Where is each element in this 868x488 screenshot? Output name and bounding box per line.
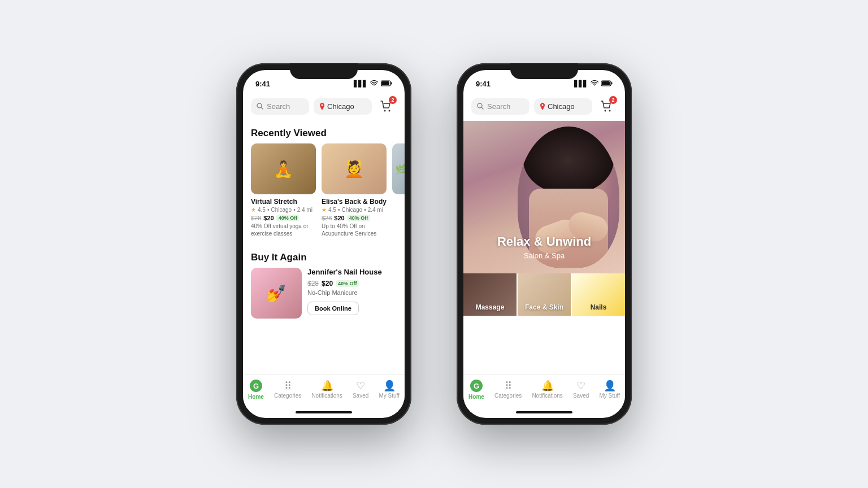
nav-saved-label-left: Saved [353,393,368,399]
hero-subtitle[interactable]: Salon & Spa [463,251,625,260]
home-indicator-right [516,411,572,413]
search-icon-left [257,103,263,110]
nav-categories-label-left: Categories [274,393,301,399]
nav-categories-left[interactable]: ⠿ Categories [274,381,301,399]
groupon-logo-right: G [470,380,483,392]
card-meta-1: ★ 4.5 • Chicago • 2.4 mi [251,207,316,213]
dot-2: • [338,207,340,213]
heart-icon-left: ♡ [356,381,365,391]
nav-categories-right[interactable]: ⠿ Categories [494,381,522,399]
buy-again-img: 💅 [251,268,302,319]
search-input-left[interactable]: Search [251,98,309,115]
phone-right: 9:41 ▋▋▋ Search [457,63,632,425]
buy-again-item-title: Jennifer's Nail House [307,268,397,276]
groupon-logo-left: G [250,380,262,392]
screen-right: 9:41 ▋▋▋ Search [463,70,625,418]
cart-button-left[interactable]: 2 [376,96,397,116]
buy-orig-price: $28 [307,280,319,287]
person-icon-right: 👤 [604,381,616,391]
card-meta-2: ★ 4.5 • Chicago • 2.4 mi [322,207,387,213]
heart-icon-right: ♡ [576,381,585,391]
rating-2: 4.5 [328,207,336,213]
bell-icon-left: 🔔 [321,381,333,391]
discount-2: 40% Off [347,215,371,221]
time-left: 9:41 [255,80,270,88]
buy-again-price: $28 $20 40% Off [307,280,397,287]
svg-point-7 [389,110,390,112]
subcat-bg-nails: Nails [572,273,625,316]
home-indicator-left [296,411,352,413]
search-input-right[interactable]: Search [471,98,530,115]
location-icon-right [540,103,545,110]
person-icon-left: 👤 [383,381,396,391]
screen-content-left[interactable]: Recently Viewed 🧘 Virtual Stretch ★ 4.5 … [243,121,405,374]
buy-sale-price: $20 [322,280,333,287]
recently-viewed-title: Recently Viewed [243,121,405,143]
svg-point-13 [542,104,544,106]
location-text-left: Chicago [327,102,354,111]
orig-price-2: $28 [322,215,332,221]
subcategories-row: Massage Face & Skin Nails [463,273,625,324]
svg-rect-10 [611,82,613,84]
location-input-right[interactable]: Chicago [534,98,592,115]
cart-badge-left: 2 [389,96,397,104]
svg-rect-2 [391,82,392,84]
wifi-icon-right [591,80,598,88]
svg-rect-9 [602,81,610,85]
cart-button-right[interactable]: 2 [597,96,617,116]
bottom-nav-right: G Home ⠿ Categories 🔔 Notifications ♡ Sa… [463,374,625,409]
svg-point-6 [384,110,386,112]
card-img-yoga: 🧘 [251,143,316,194]
orig-price-1: $28 [251,215,261,221]
nav-categories-label-right: Categories [494,393,522,399]
buy-again-row: 💅 Jennifer's Nail House $28 $20 40% Off … [243,268,405,328]
nav-notifications-left[interactable]: 🔔 Notifications [311,381,342,399]
location-2: Chicago [341,207,362,213]
card-price-2: $28 $20 40% Off [322,215,387,221]
battery-icon-right [601,80,613,88]
nav-home-label-left: Home [248,394,264,400]
distance-1: 2.4 mi [297,207,313,213]
sale-price-1: $20 [263,215,274,221]
nav-mystuff-right[interactable]: 👤 My Stuff [599,381,620,399]
search-bar-left: Search Chicago 2 [243,91,405,121]
search-placeholder-right: Search [487,102,510,111]
phones-container: 9:41 ▋▋▋ Search [0,41,868,447]
subcat-massage[interactable]: Massage [463,273,517,316]
card-elisas[interactable]: 💆 Elisa's Back & Body ★ 4.5 • Chicago • … [322,143,387,237]
nav-saved-right[interactable]: ♡ Saved [573,381,589,399]
screen-left: 9:41 ▋▋▋ Search [243,70,405,418]
nav-notifications-right[interactable]: 🔔 Notifications [532,381,562,399]
card-desc-2: Up to 40% Off on Acupuncture Services [322,223,387,237]
card-img-third: 🌿 [392,143,405,194]
card-title-2: Elisa's Back & Body [322,198,387,206]
search-icon-right [477,103,484,110]
screen-content-right[interactable]: Relax & Unwind Salon & Spa Massage Face … [463,121,625,374]
categories-icon-left: ⠿ [284,381,292,391]
card-third[interactable]: 🌿 [392,143,405,237]
status-icons-left: ▋▋▋ [354,80,392,88]
bottom-nav-left: G Home ⠿ Categories 🔔 Notifications ♡ Sa… [243,374,405,409]
card-virtual-stretch[interactable]: 🧘 Virtual Stretch ★ 4.5 • Chicago • 2.4 … [251,143,316,237]
nav-saved-label-right: Saved [573,393,589,399]
nav-home-left[interactable]: G Home [248,380,264,400]
hero-banner[interactable]: Relax & Unwind Salon & Spa [463,121,625,273]
subcat-face[interactable]: Face & Skin [517,273,572,316]
subcat-nails[interactable]: Nails [572,273,625,316]
dist-sep-2: • [364,207,366,213]
nav-home-label-right: Home [468,394,484,400]
nav-notifications-label-left: Notifications [311,393,342,399]
book-online-button[interactable]: Book Online [307,302,359,315]
nav-mystuff-left[interactable]: 👤 My Stuff [379,381,400,399]
location-input-left[interactable]: Chicago [314,98,372,115]
subcat-label-face: Face & Skin [525,303,563,311]
nav-saved-left[interactable]: ♡ Saved [353,381,368,399]
cards-row: 🧘 Virtual Stretch ★ 4.5 • Chicago • 2.4 … [243,143,405,245]
subcat-bg-face: Face & Skin [518,273,571,316]
nav-home-right[interactable]: G Home [468,380,484,400]
rating-1: 4.5 [258,207,266,213]
wifi-icon-left [370,80,378,88]
signal-icon-right: ▋▋▋ [574,80,588,88]
location-text-right: Chicago [548,102,575,111]
search-placeholder-left: Search [267,102,290,111]
